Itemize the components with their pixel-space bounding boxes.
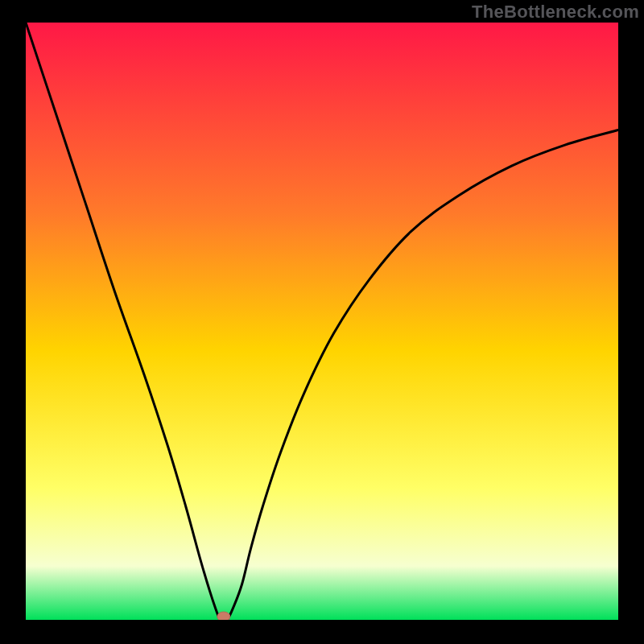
bottleneck-curve-chart [26,23,618,620]
plot-area [26,23,618,620]
min-bottleneck-marker [217,612,230,620]
gradient-background [26,23,618,620]
chart-frame: TheBottleneck.com [0,0,644,644]
watermark-text: TheBottleneck.com [472,2,639,23]
